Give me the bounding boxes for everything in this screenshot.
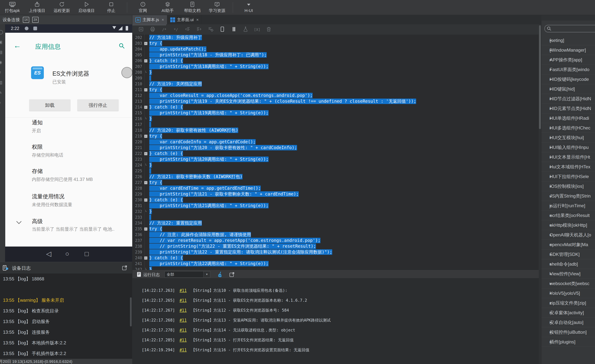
api-category-item[interactable]: ▶ View控件[View] xyxy=(541,269,595,279)
code-line[interactable]: 233 xyxy=(132,214,539,220)
expand-arrow-icon[interactable]: ▶ xyxy=(541,136,550,139)
expand-arrow-icon[interactable]: ▶ xyxy=(541,224,550,227)
api-category-item[interactable]: ▶ HUI单选组件[HRadi xyxy=(541,113,595,123)
code-line[interactable]: 240 } catch (e) { xyxy=(132,255,539,261)
expand-arrow-icon[interactable]: ▶ xyxy=(541,68,550,71)
code-line[interactable]: 242 } xyxy=(132,267,539,270)
expand-arrow-icon[interactable]: ▶ xyxy=(541,243,550,246)
api-category-item[interactable]: ▶ websocket类[websc xyxy=(541,279,595,288)
api-category-item[interactable]: ▶ [seting] xyxy=(541,35,595,45)
expand-arrow-icon[interactable]: ▶ xyxy=(541,146,550,149)
clear-trash-button[interactable] xyxy=(265,26,272,33)
expand-arrow-icon[interactable]: ▶ xyxy=(541,126,550,130)
log-filter-dropdown[interactable]: 全部 ▼ xyxy=(165,271,210,278)
api-category-item[interactable]: ▶ 按钮控件[uiButton] xyxy=(541,327,595,337)
api-category-item[interactable]: ▶ APP操作类[app] xyxy=(541,55,595,65)
fold-marker-icon[interactable] xyxy=(142,268,149,270)
code-line[interactable]: 219 try { xyxy=(132,133,539,139)
section-permissions[interactable]: 权限 xyxy=(32,143,43,151)
api-category-item[interactable]: ▶ shell命令[adb] xyxy=(541,259,595,269)
help-docs-button[interactable]: 帮助文档 xyxy=(180,0,205,15)
expand-arrow-icon[interactable]: ▶ xyxy=(541,282,550,285)
api-category-item[interactable]: ▶ 安卓窗体[activity] xyxy=(541,308,595,318)
code-line[interactable]: 232 } xyxy=(132,209,539,214)
tab-main-script[interactable]: Js 主脚本.js × xyxy=(132,15,167,24)
api-category-item[interactable]: ▶ js运行时[runTime] xyxy=(541,201,595,211)
xml-view-button[interactable]: [X] xyxy=(254,27,261,32)
expand-arrow-icon[interactable]: ▶ xyxy=(541,204,550,207)
strip-icon[interactable]: ▤ xyxy=(0,50,5,55)
api-category-item[interactable]: ▶ okHttp模块[okHttp] xyxy=(541,220,595,230)
fold-marker-icon[interactable] xyxy=(142,164,149,167)
expand-arrow-icon[interactable]: ▶ xyxy=(541,262,550,266)
api-category-item[interactable]: ▶ ocr结果类[ocrResult xyxy=(541,211,595,220)
code-line[interactable]: 220 var cardCodeInfo = app.getCardCode()… xyxy=(132,139,539,145)
api-category-item[interactable]: ▶ HID节点过滤器[HidN xyxy=(541,94,595,104)
nav-back-icon[interactable]: ◁ xyxy=(46,250,51,258)
expand-arrow-icon[interactable]: ▶ xyxy=(541,175,550,178)
code-line[interactable]: 216 } xyxy=(132,116,539,122)
expand-arrow-icon[interactable]: ▶ xyxy=(541,292,550,295)
log-line-ref[interactable]: #11 xyxy=(180,348,187,352)
close-tab-icon[interactable]: × xyxy=(196,17,199,22)
chevron-expand-icon[interactable] xyxy=(16,220,22,225)
tab-main-ui[interactable]: 主界面.ui × xyxy=(167,15,202,24)
api-category-item[interactable]: ▶ HUI交互模块[hui] xyxy=(541,133,595,143)
expand-arrow-icon[interactable]: ▶ xyxy=(541,272,550,275)
api-category-item[interactable]: ▶ HUI输入组件[HInpu xyxy=(541,143,595,152)
expand-arrow-icon[interactable]: ▶ xyxy=(541,117,550,120)
expand-arrow-icon[interactable]: ▶ xyxy=(541,340,550,343)
section-data-usage[interactable]: 流量使用情况 xyxy=(32,193,64,200)
print-button[interactable] xyxy=(149,26,156,33)
code-line[interactable]: 217 xyxy=(132,122,539,127)
nav-recents-icon[interactable]: □ xyxy=(85,250,89,258)
api-search-box[interactable] xyxy=(545,25,595,32)
uninstall-button[interactable]: 卸载 xyxy=(29,99,71,111)
expand-arrow-icon[interactable]: ▶ xyxy=(541,58,550,62)
device-log-list[interactable]: 13:55 【log】 1886813:55 【warning】 服务未开启13… xyxy=(0,274,132,359)
strip-icon[interactable]: ▥ xyxy=(0,80,5,85)
fold-marker-icon[interactable] xyxy=(142,227,149,231)
expand-arrow-icon[interactable]: ▶ xyxy=(541,321,550,324)
api-category-item[interactable]: ▶ zip压缩文件类[zip] xyxy=(541,298,595,308)
code-line[interactable]: 224 } xyxy=(132,162,539,168)
section-storage[interactable]: 存储 xyxy=(32,168,43,175)
fold-marker-icon[interactable] xyxy=(142,117,149,120)
new-snippet-button[interactable] xyxy=(138,26,144,33)
expand-arrow-icon[interactable]: ▶ xyxy=(541,233,550,237)
code-line[interactable]: 218 // 方法20: 获取卡密有效性 (AIWORK打包) xyxy=(132,127,539,133)
code-line[interactable]: 227 try { xyxy=(132,179,539,185)
search-icon[interactable] xyxy=(118,42,125,49)
api-category-list[interactable]: ▶ [seting] ▶ [WindowManager] ▶ APP操作类[ap… xyxy=(541,35,595,347)
api-category-item[interactable]: ▶ 插件[plugins] xyxy=(541,337,595,347)
fold-marker-icon[interactable] xyxy=(142,152,149,155)
force-stop-button[interactable]: 强行停止 xyxy=(77,99,119,111)
comment-open-button[interactable]: /* xyxy=(161,27,168,32)
comment-close-button[interactable]: */ xyxy=(172,27,179,32)
code-line[interactable]: 235 try { xyxy=(132,226,539,232)
code-line[interactable]: 223 printString("方法20调用出错: " + String(e)… xyxy=(132,156,539,162)
expand-arrow-icon[interactable]: ▶ xyxy=(541,107,550,110)
code-line[interactable]: 228 var cardEndTime = app.getCardEndTime… xyxy=(132,185,539,191)
expand-arrow-icon[interactable]: ▶ xyxy=(541,97,550,100)
device-log-scrollbar[interactable] xyxy=(130,297,132,326)
expand-arrow-icon[interactable]: ▶ xyxy=(541,165,550,169)
run-log-list[interactable]: [14:22:17.263] #11 【String】方法10 - 获取当前顶端… xyxy=(132,278,539,364)
code-line[interactable]: 208 } xyxy=(132,69,539,75)
code-line[interactable]: 237 // var resetResult = app.resetApp('c… xyxy=(132,238,539,243)
code-line[interactable]: 221 printString("方法20 - 获取卡密有效性: " + car… xyxy=(132,145,539,151)
api-category-item[interactable]: ▶ HUI多选组件[HChec xyxy=(541,123,595,133)
fold-marker-icon[interactable] xyxy=(142,105,149,109)
code-line[interactable]: 207 printString("方法18调用出错: " + String(e)… xyxy=(132,64,539,69)
code-line[interactable]: 212 var closeResult = app.closeApp('com.… xyxy=(132,93,539,98)
code-line[interactable]: 231 printString("方法21调用出错: " + String(e)… xyxy=(132,203,539,209)
expand-arrow-icon[interactable]: ▶ xyxy=(541,253,550,256)
api-category-item[interactable]: ▶ FastUI界面类[windo xyxy=(541,65,595,75)
fold-marker-icon[interactable] xyxy=(142,71,149,74)
strip-icon[interactable]: ◉ xyxy=(0,60,5,65)
phone-preview-button[interactable] xyxy=(219,26,226,33)
code-line[interactable]: 230 } catch (e) { xyxy=(132,197,539,203)
fold-marker-icon[interactable] xyxy=(142,135,149,138)
api-category-item[interactable]: ▶ IOS控制模块[ios] xyxy=(541,181,595,191)
code-line[interactable]: 215 printString("方法19调用出错: " + String(e)… xyxy=(132,110,539,116)
